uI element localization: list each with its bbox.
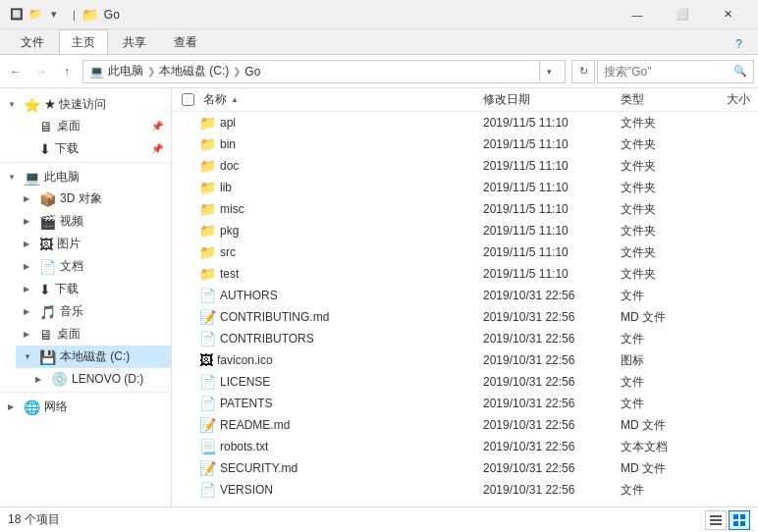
- quick-btn-2[interactable]: 📁: [27, 6, 44, 24]
- file-type: MD 文件: [617, 460, 695, 477]
- row-checkbox[interactable]: [176, 225, 199, 238]
- search-icon[interactable]: 🔍: [733, 65, 747, 78]
- title-bar-controls: — ⬜ ✕: [615, 0, 750, 29]
- details-view-button[interactable]: [705, 510, 727, 530]
- sidebar-item-downloads2[interactable]: ▶ ⬇ 下载: [16, 278, 171, 300]
- sidebar-item-pictures[interactable]: ▶ 🖼 图片: [16, 233, 171, 255]
- sidebar-this-pc[interactable]: ▼ 💻 此电脑: [0, 165, 171, 187]
- row-checkbox[interactable]: [176, 117, 199, 130]
- refresh-button[interactable]: ↻: [571, 60, 595, 83]
- row-checkbox[interactable]: [176, 182, 199, 194]
- sidebar-quick-access[interactable]: ▼ ⭐ ★ 快速访问: [0, 92, 171, 115]
- sidebar-item-documents[interactable]: ▶ 📄 文档: [16, 255, 171, 278]
- table-row[interactable]: 📁 pkg 2019/11/5 11:10 文件夹: [172, 220, 758, 241]
- tab-home[interactable]: 主页: [59, 29, 108, 54]
- forward-button[interactable]: →: [29, 60, 53, 83]
- select-all-checkbox[interactable]: [182, 93, 194, 106]
- minimize-button[interactable]: —: [615, 0, 660, 29]
- row-checkbox[interactable]: [176, 246, 199, 259]
- desktop2-icon: 🖥: [39, 327, 53, 343]
- sidebar-item-lenovo[interactable]: ▶ 💿 LENOVO (D:): [16, 368, 171, 390]
- row-checkbox[interactable]: [176, 160, 199, 173]
- tab-view[interactable]: 查看: [161, 29, 210, 54]
- sidebar-network[interactable]: ▶ 🌐 网络: [0, 395, 171, 417]
- row-checkbox[interactable]: [176, 484, 199, 497]
- tab-file[interactable]: 文件: [8, 29, 57, 54]
- table-row[interactable]: 📝 CONTRIBUTING.md 2019/10/31 22:56 MD 文件: [172, 306, 758, 328]
- help-button[interactable]: ?: [728, 33, 750, 54]
- table-row[interactable]: 📁 misc 2019/11/5 11:10 文件夹: [172, 198, 758, 220]
- txt-file-icon: 📃: [199, 439, 216, 454]
- address-current[interactable]: Go: [244, 65, 260, 79]
- table-row[interactable]: 📄 VERSION 2019/10/31 22:56 文件: [172, 479, 758, 501]
- table-row[interactable]: 📁 doc 2019/11/5 11:10 文件夹: [172, 155, 758, 177]
- search-input[interactable]: [604, 65, 730, 79]
- row-checkbox[interactable]: [176, 441, 199, 453]
- large-icons-view-button[interactable]: [729, 510, 750, 530]
- table-row[interactable]: 📁 test 2019/11/5 11:10 文件夹: [172, 263, 758, 285]
- row-checkbox[interactable]: [176, 268, 199, 281]
- sidebar-item-3d[interactable]: ▶ 📦 3D 对象: [16, 187, 171, 210]
- sidebar-item-desktop2[interactable]: ▶ 🖥 桌面: [16, 323, 171, 346]
- row-checkbox[interactable]: [176, 333, 199, 346]
- row-checkbox[interactable]: [176, 290, 199, 302]
- file-date: 2019/11/5 11:10: [479, 245, 617, 259]
- sidebar-item-desktop-quick[interactable]: 🖥 桌面 📌: [16, 115, 171, 137]
- row-checkbox[interactable]: [176, 354, 199, 367]
- table-row[interactable]: 📁 bin 2019/11/5 11:10 文件夹: [172, 133, 758, 155]
- table-row[interactable]: 📄 CONTRIBUTORS 2019/10/31 22:56 文件: [172, 328, 758, 349]
- table-row[interactable]: 📝 SECURITY.md 2019/10/31 22:56 MD 文件: [172, 457, 758, 479]
- row-checkbox[interactable]: [176, 398, 199, 410]
- svg-rect-0: [710, 515, 722, 517]
- ribbon-tabs: 文件 主页 共享 查看 ?: [0, 29, 758, 55]
- address-pc[interactable]: 此电脑: [108, 63, 143, 80]
- tab-share[interactable]: 共享: [110, 29, 159, 54]
- row-checkbox[interactable]: [176, 419, 199, 432]
- sidebar-item-music[interactable]: ▶ 🎵 音乐: [16, 300, 171, 323]
- status-count: 18 个项目: [8, 511, 60, 528]
- sidebar-item-videos[interactable]: ▶ 🎬 视频: [16, 210, 171, 233]
- col-type-header[interactable]: 类型: [617, 91, 695, 108]
- file-type: 文件夹: [617, 201, 695, 218]
- row-checkbox[interactable]: [176, 311, 199, 324]
- table-row[interactable]: 📁 lib 2019/11/5 11:10 文件夹: [172, 177, 758, 198]
- search-box[interactable]: 🔍: [597, 60, 754, 83]
- file-area: 名称 ▲ 修改日期 类型 大小 📁 api 2019/11/5 11:10 文件…: [172, 88, 758, 506]
- sidebar-item-downloads-quick[interactable]: ⬇ 下载 📌: [16, 137, 171, 160]
- address-path[interactable]: 💻 此电脑 ❯ 本地磁盘 (C:) ❯ Go ▾: [82, 60, 566, 83]
- table-row[interactable]: 📄 PATENTS 2019/10/31 22:56 文件: [172, 393, 758, 414]
- table-row[interactable]: 🖼 favicon.ico 2019/10/31 22:56 图标: [172, 349, 758, 371]
- music-label: 音乐: [60, 303, 163, 320]
- quick-btn-3[interactable]: ▾: [45, 6, 63, 24]
- col-name-header[interactable]: 名称 ▲: [199, 91, 479, 108]
- row-checkbox[interactable]: [176, 138, 199, 151]
- quick-btn-1[interactable]: 🔲: [8, 6, 26, 24]
- address-disk[interactable]: 本地磁盘 (C:): [159, 63, 229, 80]
- table-row[interactable]: 📁 api 2019/11/5 11:10 文件夹: [172, 112, 758, 133]
- back-button[interactable]: ←: [4, 60, 27, 83]
- folder-icon: 📁: [199, 244, 216, 260]
- col-date-header[interactable]: 修改日期: [479, 91, 617, 108]
- file-name: api: [220, 116, 479, 130]
- maximize-button[interactable]: ⬜: [660, 0, 705, 29]
- row-checkbox[interactable]: [176, 462, 199, 475]
- quick-access-children: 🖥 桌面 📌 ⬇ 下载 📌: [0, 115, 171, 160]
- table-row[interactable]: 📄 AUTHORS 2019/10/31 22:56 文件: [172, 285, 758, 306]
- up-button[interactable]: ↑: [55, 60, 79, 83]
- header-checkbox[interactable]: [176, 93, 199, 106]
- table-row[interactable]: 📁 src 2019/11/5 11:10 文件夹: [172, 241, 758, 263]
- pictures-label: 图片: [57, 236, 163, 252]
- col-size-header[interactable]: 大小: [695, 91, 754, 108]
- file-name: src: [220, 245, 479, 259]
- table-row[interactable]: 📄 LICENSE 2019/10/31 22:56 文件: [172, 371, 758, 393]
- row-checkbox[interactable]: [176, 203, 199, 216]
- address-dropdown-button[interactable]: ▾: [539, 60, 559, 83]
- folder-icon: 📁: [199, 158, 216, 174]
- table-row[interactable]: 📝 README.md 2019/10/31 22:56 MD 文件: [172, 414, 758, 436]
- expand-downloads2-icon: ▶: [24, 285, 35, 293]
- sidebar-item-local-disk[interactable]: ▼ 💾 本地磁盘 (C:): [16, 346, 171, 368]
- row-checkbox[interactable]: [176, 376, 199, 389]
- table-row[interactable]: 📃 robots.txt 2019/10/31 22:56 文本文档: [172, 436, 758, 457]
- pin-icon-desktop: 📌: [151, 121, 163, 132]
- close-button[interactable]: ✕: [705, 0, 750, 29]
